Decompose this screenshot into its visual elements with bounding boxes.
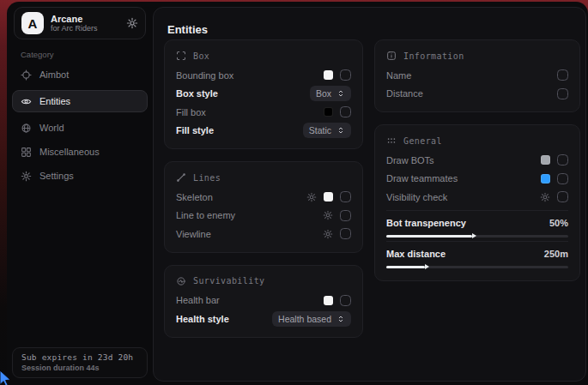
brand-settings-gear-icon[interactable] (126, 17, 138, 29)
chevron-updown-icon (336, 315, 345, 323)
chevron-updown-icon (336, 126, 345, 135)
dots-grid-icon (386, 135, 397, 146)
fill-style-row: Fill style Static (176, 122, 351, 141)
line-to-enemy-row: Line to enemy (176, 207, 351, 226)
line-to-enemy-config-gear-icon[interactable] (323, 210, 333, 220)
globe-icon (21, 123, 32, 134)
sidebar-item-aimbot[interactable]: Aimbot (12, 64, 148, 85)
draw-bots-checkbox[interactable] (557, 154, 568, 165)
box-style-value: Box (316, 88, 331, 99)
right-column: Information Name Distance General (374, 39, 580, 293)
distance-label: Distance (386, 88, 423, 99)
health-style-value: Health based (278, 314, 331, 324)
general-section-header: General (386, 133, 568, 148)
visibility-check-label: Visibility check (386, 192, 447, 202)
health-style-select[interactable]: Health based (272, 311, 351, 327)
sub-expiry-text: Sub expires in 23d 20h (21, 352, 138, 362)
sidebar-item-miscellaneous[interactable]: Miscellaneous (12, 141, 148, 162)
fill-box-label: Fill box (176, 107, 206, 117)
health-style-row: Health style Health based (176, 310, 351, 328)
box-card: Box Bounding box Box style Box (164, 39, 363, 149)
brand-subtitle: for Arc Riders (51, 24, 119, 33)
draw-bots-color-swatch[interactable] (541, 155, 550, 165)
lines-section-header: Lines (176, 170, 351, 185)
brand-logo: A (21, 12, 44, 34)
fill-box-color-swatch[interactable] (324, 107, 333, 117)
skeleton-checkbox[interactable] (340, 191, 351, 202)
chevron-updown-icon (336, 89, 345, 98)
main-panel: Entities Box Bounding box (153, 7, 586, 382)
visibility-check-checkbox[interactable] (557, 191, 568, 202)
sidebar-item-label: Miscellaneous (39, 147, 100, 157)
name-label: Name (386, 70, 411, 81)
section-title: Information (403, 51, 464, 61)
brand-text: Arcane for Arc Riders (51, 14, 119, 33)
skeleton-label: Skeleton (176, 192, 213, 202)
skeleton-config-gear-icon[interactable] (306, 192, 317, 202)
bot-transparency-label: Bot transpenency (386, 218, 466, 228)
fill-box-row: Fill box (176, 103, 351, 122)
gear-icon (21, 171, 32, 182)
box-style-row: Box style Box (176, 85, 351, 104)
line-to-enemy-checkbox[interactable] (340, 210, 351, 221)
health-bar-checkbox[interactable] (340, 295, 351, 306)
sidebar-item-label: Aimbot (39, 69, 69, 80)
health-bar-row: Health bar (176, 292, 351, 310)
divider (386, 210, 568, 211)
crosshair-icon (21, 69, 32, 81)
viewline-checkbox[interactable] (340, 228, 351, 239)
health-style-label: Health style (176, 314, 229, 324)
box-style-select[interactable]: Box (310, 86, 351, 101)
draw-teammates-checkbox[interactable] (557, 173, 568, 184)
box-style-label: Box style (176, 88, 218, 99)
viewline-row: Viewline (176, 225, 351, 244)
sidebar-item-entities[interactable]: Entities (12, 90, 148, 112)
skeleton-color-swatch[interactable] (324, 192, 333, 202)
divider (386, 241, 568, 242)
corner-brackets-icon (176, 51, 186, 61)
fill-style-select[interactable]: Static (303, 123, 351, 138)
name-checkbox[interactable] (557, 69, 568, 81)
max-distance-slider-fill[interactable] (386, 266, 425, 268)
section-title: General (403, 136, 442, 146)
sidebar-item-label: World (39, 123, 64, 133)
name-row: Name (386, 66, 568, 85)
general-card: General Draw BOTs Draw teammates (374, 124, 580, 281)
draw-teammates-row: Draw teammates (386, 170, 568, 189)
bounding-box-label: Bounding box (176, 70, 233, 81)
max-distance-slider[interactable] (386, 266, 568, 268)
desktop-background: A Arcane for Arc Riders Category Aimbot … (0, 0, 588, 385)
bot-transparency-slider-fill[interactable] (386, 235, 472, 238)
draw-teammates-color-swatch[interactable] (541, 174, 550, 183)
sidebar-item-label: Entities (39, 96, 70, 106)
information-section-header: Information (386, 48, 568, 63)
bounding-box-color-swatch[interactable] (324, 70, 333, 80)
distance-row: Distance (386, 85, 568, 104)
distance-checkbox[interactable] (557, 88, 568, 99)
information-card: Information Name Distance (374, 39, 580, 112)
sidebar: A Arcane for Arc Riders Category Aimbot … (7, 2, 153, 385)
lines-card: Lines Skeleton Line to enemy (164, 161, 363, 253)
fill-box-checkbox[interactable] (340, 106, 351, 117)
bot-transparency-slider[interactable] (386, 235, 568, 238)
section-title: Lines (193, 173, 221, 183)
sidebar-nav: Aimbot Entities World Miscellaneous Sett… (12, 64, 148, 189)
bounding-box-row: Bounding box (176, 66, 351, 85)
viewline-config-gear-icon[interactable] (323, 229, 333, 239)
health-bar-color-swatch[interactable] (324, 296, 333, 305)
health-bar-label: Health bar (176, 295, 220, 305)
draw-bots-row: Draw BOTs (386, 151, 568, 170)
grid-icon (21, 147, 32, 158)
bot-transparency-value: 50% (549, 218, 568, 228)
info-icon (386, 51, 397, 61)
brand-name: Arcane (51, 14, 119, 25)
skeleton-row: Skeleton (176, 188, 351, 207)
app-window: A Arcane for Arc Riders Category Aimbot … (7, 2, 588, 385)
visibility-check-config-gear-icon[interactable] (540, 192, 550, 202)
session-duration-text: Session duration 44s (21, 364, 138, 372)
sidebar-item-settings[interactable]: Settings (12, 165, 148, 186)
sidebar-item-world[interactable]: World (12, 117, 148, 138)
category-label: Category (21, 50, 54, 59)
bounding-box-checkbox[interactable] (340, 69, 351, 81)
visibility-check-row: Visibility check (386, 188, 568, 207)
